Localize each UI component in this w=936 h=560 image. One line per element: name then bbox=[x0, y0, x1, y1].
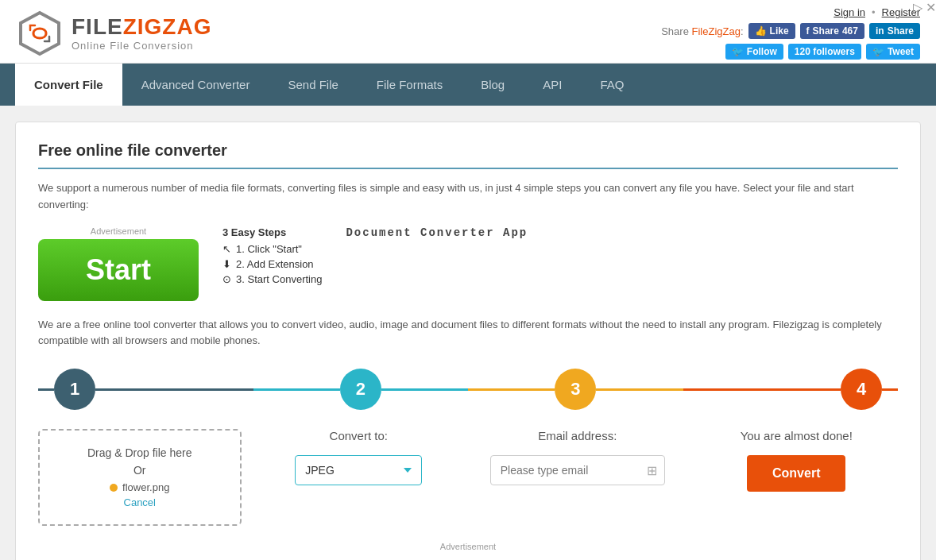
step-4-circle: 4 bbox=[841, 369, 882, 410]
linkedin-share-button[interactable]: in Share bbox=[869, 23, 920, 39]
ad-bottom-label: Advertisement bbox=[38, 542, 898, 551]
email-envelope-icon: ⊞ bbox=[647, 463, 657, 478]
ad-steps-block: 3 Easy Steps ↖ 1. Click "Start" ⬇ 2. Add… bbox=[222, 226, 322, 285]
auth-separator: • bbox=[872, 6, 876, 18]
page-title: Free online file converter bbox=[38, 141, 898, 169]
nav-advanced-converter[interactable]: Advanced Converter bbox=[122, 64, 269, 106]
ad-step3: 3. Start Converting bbox=[236, 273, 322, 285]
step-1-segment: 1 bbox=[38, 369, 253, 410]
facebook-icon: f bbox=[806, 25, 810, 37]
download-icon: ⬇ bbox=[222, 258, 231, 270]
step-1-content: Drag & Drop file here Or flower.png Canc… bbox=[38, 429, 242, 526]
check-icon: ⊙ bbox=[222, 273, 231, 285]
twitter-icon: 🐦 bbox=[732, 46, 744, 57]
ad-label-top: Advertisement bbox=[38, 226, 199, 236]
twitter-tweet-button[interactable]: 🐦 Tweet bbox=[866, 44, 920, 60]
cursor-icon: ↖ bbox=[222, 243, 231, 255]
step-3-circle: 3 bbox=[555, 369, 596, 410]
nav-send-file[interactable]: Send File bbox=[269, 64, 357, 106]
drop-zone-label: Drag & Drop file here bbox=[52, 446, 227, 459]
logo-file-text: FILE bbox=[72, 14, 123, 39]
step-2-content: Convert to: JPEG PNG BMP GIF TIFF WebP P… bbox=[257, 429, 461, 485]
steps-row: 1 2 3 4 bbox=[38, 369, 898, 410]
ad-step1: 1. Click "Start" bbox=[236, 243, 302, 255]
facebook-like-button[interactable]: 👍 Like bbox=[748, 23, 795, 39]
convert-button[interactable]: Convert bbox=[747, 455, 845, 492]
nav-api[interactable]: API bbox=[524, 64, 581, 106]
cancel-upload-link[interactable]: Cancel bbox=[52, 496, 227, 508]
twitter-follow-button[interactable]: 🐦 Follow bbox=[725, 44, 783, 60]
linkedin-icon: in bbox=[876, 25, 884, 37]
page-description: We support a numerous number of media fi… bbox=[38, 180, 898, 214]
ad-step2: 2. Add Extension bbox=[236, 258, 314, 270]
twitter-tweet-icon: 🐦 bbox=[872, 46, 884, 57]
drop-zone-or: Or bbox=[52, 464, 227, 477]
email-input[interactable] bbox=[490, 455, 665, 485]
logo-tagline: Online File Conversion bbox=[72, 40, 211, 52]
ad-right: ▷ ✕ Document Converter App bbox=[346, 226, 898, 239]
drop-zone[interactable]: Drag & Drop file here Or flower.png Canc… bbox=[38, 429, 242, 526]
step-1-circle: 1 bbox=[54, 369, 95, 410]
email-label: Email address: bbox=[476, 429, 679, 442]
nav-blog[interactable]: Blog bbox=[462, 64, 524, 106]
ad-start-button[interactable]: Start bbox=[38, 239, 199, 301]
logo-zigzag-text: ZIGZAG bbox=[123, 14, 212, 39]
body-description: We are a free online tool converter that… bbox=[38, 317, 898, 350]
step-3-content: Email address: ⊞ bbox=[476, 429, 679, 485]
twitter-followers-button[interactable]: 120 followers bbox=[788, 44, 861, 60]
convert-to-label: Convert to: bbox=[257, 429, 461, 442]
nav-file-formats[interactable]: File Formats bbox=[358, 64, 462, 106]
step-3-segment: 3 bbox=[468, 369, 683, 410]
nav-faq[interactable]: FAQ bbox=[581, 64, 643, 106]
file-dot-icon bbox=[110, 484, 118, 492]
format-select[interactable]: JPEG PNG BMP GIF TIFF WebP PDF bbox=[295, 455, 422, 485]
nav-convert-file[interactable]: Convert File bbox=[15, 64, 122, 106]
ad-close-button[interactable]: ▷ ✕ bbox=[913, 0, 936, 15]
ad-block: Advertisement Start bbox=[38, 226, 199, 301]
facebook-share-button[interactable]: f Share 467 bbox=[800, 23, 864, 39]
almost-done-label: You are almost done! bbox=[695, 429, 899, 442]
logo: FILEZIGZAG Online File Conversion bbox=[16, 10, 211, 57]
step-content-row: Drag & Drop file here Or flower.png Canc… bbox=[38, 429, 898, 526]
svg-marker-0 bbox=[21, 13, 59, 54]
step-2-circle: 2 bbox=[340, 369, 381, 410]
file-name: flower.png bbox=[122, 481, 169, 493]
thumbs-up-icon: 👍 bbox=[755, 25, 767, 37]
share-label: Share FileZigZag: bbox=[661, 25, 743, 37]
brand-link[interactable]: FileZigZag bbox=[692, 25, 741, 37]
step-4-segment: 4 bbox=[683, 369, 899, 410]
sign-in-link[interactable]: Sign in bbox=[834, 6, 865, 18]
step-2-segment: 2 bbox=[253, 369, 469, 410]
main-content: Free online file converter We support a … bbox=[15, 122, 921, 560]
step-4-content: You are almost done! Convert bbox=[695, 429, 899, 492]
logo-icon bbox=[16, 10, 64, 57]
ad-steps-title: 3 Easy Steps bbox=[222, 226, 322, 238]
doc-converter-text: Document Converter App bbox=[346, 226, 528, 239]
